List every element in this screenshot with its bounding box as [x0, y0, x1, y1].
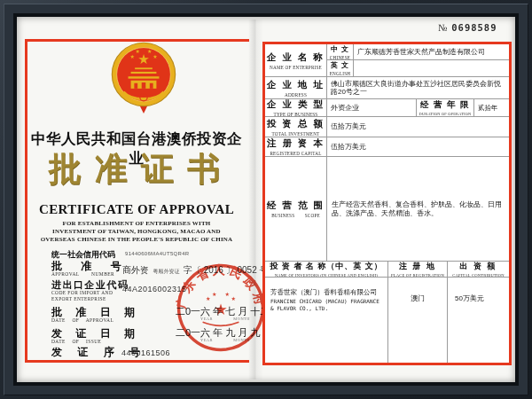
- government-seal-stamp: 广东省人民政府 ★ ★ ★ ★ ★: [176, 262, 266, 353]
- cell-investors-header-name: 投 资 者 名 称（中、英 文） NAME OF INVESTORS (IN C…: [265, 262, 388, 278]
- certificate-title-english: CERTIFICATE OF APPROVAL: [29, 202, 244, 217]
- credit-code-value: 91440606MA4UT5QR4R: [125, 251, 189, 256]
- cell-capital-label: 注 册 资 本 REGISTERED CAPITAL: [265, 137, 327, 157]
- name-english-label-en: ENGLISH: [330, 71, 351, 76]
- enterprise-name-label-cn: 企 业 名 称: [267, 51, 325, 64]
- china-national-emblem-icon: ★ ★ ★ ★ ★: [110, 41, 177, 119]
- type-label-cn: 企 业 类 型: [267, 99, 325, 111]
- cell-type-label: 企 业 类 型 TYPE OF BUSINESS: [265, 99, 327, 117]
- cell-scope-label: 经 营 范 围 BUSINESS SCOPE: [265, 157, 327, 262]
- cell-type-value: 外资企业: [327, 99, 417, 117]
- import-export-code-label-en2: EXPORT ENTERPRISE: [51, 296, 106, 301]
- emblem-small-star: ★: [153, 54, 158, 59]
- cell-name-chinese-label: 中 文 CHINESE: [327, 44, 354, 60]
- cell-name-english-label: 英 文 ENGLISH: [327, 60, 354, 77]
- place-header-cn: 注 册 地: [399, 262, 436, 272]
- emblem-small-star: ★: [135, 49, 140, 54]
- scope-label-en: BUSINESS SCOPE: [271, 213, 320, 218]
- capital-label-cn: 注 册 资 本: [267, 137, 325, 150]
- investment-label-cn: 投 资 总 额: [267, 118, 325, 130]
- name-english-label: 英 文: [331, 60, 349, 70]
- stamp-small-star: ★: [224, 291, 230, 297]
- investor-name-english: FRANCINE CHICARD (MACAU) FRAGRANCE & FLA…: [270, 298, 384, 311]
- certificate-serial-number: № 0698589: [438, 22, 497, 33]
- certificate-title-main: 批准证书: [29, 147, 244, 192]
- duration-label-en: DURATION OF OPERATION: [419, 112, 472, 116]
- approval-number-prefix: 商外资: [122, 265, 149, 275]
- serial-prefix: №: [438, 22, 449, 33]
- cell-address-value: 佛山市顺德区大良街道办事处五沙社区居民委员会新悦路20号之一: [327, 77, 509, 99]
- date-of-issue-label-en: DATE OF ISSUE: [51, 339, 101, 344]
- address-label-cn: 企 业 地 址: [267, 79, 325, 91]
- approval-number-label-en: APPROVAL NUMBER: [51, 271, 114, 277]
- investor-name-chinese: 芳香世家（澳门）香料香精有限公司: [270, 288, 384, 296]
- cell-enterprise-name-label: 企 业 名 称 NAME OF ENTERPRISE: [265, 44, 327, 77]
- contribution-header-cn: 出 资 额: [459, 262, 497, 272]
- address-label-en: ADDRESS: [285, 92, 307, 98]
- cell-capital-value: 伍拾万美元: [327, 137, 509, 157]
- issue-serial-value: 4400161506: [121, 348, 170, 357]
- emblem-small-star: ★: [147, 49, 153, 54]
- investors-name-header-cn: 投 资 者 名 称（中、英 文）: [270, 262, 383, 272]
- duration-label-cn: 经 营 年 限: [420, 99, 470, 111]
- stamp-star: ★: [214, 301, 228, 318]
- cell-investor-name: 芳香世家（澳门）香料香精有限公司 FRANCINE CHICARD (MACAU…: [265, 278, 388, 363]
- cell-scope-value: 生产经营天然香料、复合香料、护肤品、化妆品、日用品、洗涤产品、天然精油、香水。: [327, 157, 509, 262]
- stamp-small-star: ★: [231, 295, 237, 301]
- cell-investors-header-contribution: 出 资 额 CAPITAL CONTRIBUTION: [448, 262, 509, 278]
- scope-label-cn: 经 营 范 围: [267, 200, 325, 212]
- cell-duration-value: 贰拾年: [474, 99, 509, 117]
- emblem-small-star: ★: [129, 54, 135, 59]
- stamp-small-star: ★: [206, 295, 211, 301]
- subtitle-line-3: OVERSEAS CHINESE IN THE PEOPLE'S REPUBLI…: [35, 236, 238, 245]
- import-export-code-label-en1: CODE FOR IMPORT AND: [51, 290, 113, 295]
- cell-name-english-value: [354, 60, 509, 77]
- enterprise-info-table: 企 业 名 称 NAME OF ENTERPRISE 中 文 CHINESE 广…: [262, 42, 512, 365]
- cell-investor-contribution: 50万美元: [448, 278, 509, 363]
- name-chinese-label-en: CHINESE: [330, 55, 350, 60]
- cell-name-chinese-value: 广东顺德芳香世家天然产品制造有限公司: [354, 44, 509, 60]
- certificate-spread: № 0698589 ★ ★ ★ ★ ★ 中华人民共和国台港澳侨投资企业 批准证书…: [0, 0, 532, 399]
- name-chinese-label: 中 文: [331, 44, 349, 54]
- cell-investors-header-place: 注 册 地 PLACE OF REGISTRATION: [388, 262, 448, 278]
- cell-duration-label: 经 营 年 限 DURATION OF OPERATION: [417, 99, 474, 117]
- cell-investment-value: 伍拾万美元: [327, 117, 509, 137]
- stamp-small-star: ★: [212, 291, 217, 297]
- capital-label-en: REGISTERED CAPITAL: [270, 151, 321, 156]
- enterprise-name-label-en: NAME OF ENTERPRISE: [270, 65, 322, 70]
- serial-digits: 0698589: [451, 22, 497, 33]
- date-of-approval-label-en: DATE OF APPROVAL: [51, 317, 113, 323]
- investment-label-en: TOTAL INVESTMENT: [272, 131, 320, 137]
- cell-address-label: 企 业 地 址 ADDRESS: [265, 77, 327, 99]
- cell-investor-place: 澳门: [388, 278, 448, 363]
- cell-investment-label: 投 资 总 额 TOTAL INVESTMENT: [265, 117, 327, 137]
